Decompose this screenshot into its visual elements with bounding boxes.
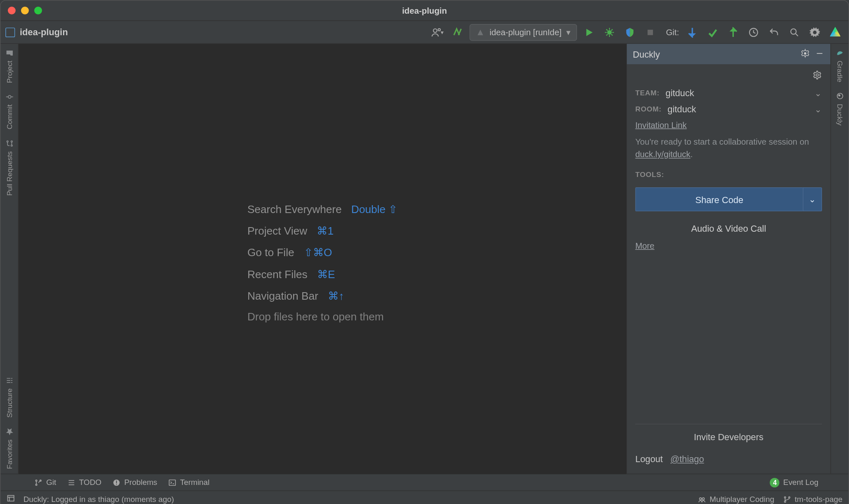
toolwindow-label: Event Log <box>783 478 818 487</box>
main-body: Project Commit Pull Requests Structure <box>0 44 848 474</box>
welcome-row[interactable]: Search Everywhere Double ⇧ <box>247 203 398 216</box>
git-pull-button[interactable] <box>684 24 701 41</box>
toolwindow-label: Gradle <box>835 61 844 82</box>
svg-point-7 <box>11 145 12 146</box>
history-button[interactable] <box>745 24 762 41</box>
folder-icon <box>5 48 13 57</box>
close-window-button[interactable] <box>8 7 16 15</box>
welcome-row[interactable]: Project View ⌘1 <box>247 224 398 237</box>
room-url-link[interactable]: duck.ly/gitduck <box>635 150 690 159</box>
bottom-git[interactable]: Git <box>34 478 56 487</box>
welcome-label: Navigation Bar <box>247 290 318 302</box>
team-selector[interactable]: TEAM: gitduck ⌄ <box>635 87 822 98</box>
toolwindow-gradle[interactable]: Gradle <box>835 44 844 87</box>
welcome-row[interactable]: Navigation Bar ⌘↑ <box>247 289 398 302</box>
user-link[interactable]: @thiago <box>670 454 704 464</box>
git-label: Git: <box>662 27 680 37</box>
welcome-shortcut: ⌘1 <box>317 224 334 237</box>
maximize-window-button[interactable] <box>34 7 42 15</box>
svg-point-10 <box>804 52 806 54</box>
main-toolbar: idea-plugin ▾ idea-plugin [runIde] ▾ Git… <box>0 21 848 44</box>
toolwindow-label: Project <box>5 61 13 83</box>
settings-button[interactable] <box>806 24 823 41</box>
duckly-panel-body: TEAM: gitduck ⌄ ROOM: gitduck ⌄ Invitati… <box>627 64 830 474</box>
bottom-problems[interactable]: Problems <box>112 478 158 487</box>
welcome-label: Project View <box>247 225 307 237</box>
toolwindow-structure[interactable]: Structure <box>5 371 13 422</box>
svg-rect-19 <box>116 484 117 485</box>
toolwindow-label: Terminal <box>180 478 209 487</box>
right-gutter: Gradle Duckly <box>830 44 848 474</box>
svg-rect-21 <box>7 495 14 501</box>
git-commit-button[interactable] <box>704 24 721 41</box>
toolwindow-duckly[interactable]: Duckly <box>835 87 844 130</box>
toolwindow-label: Pull Requests <box>5 151 13 196</box>
statusbar: Duckly: Logged in as thiago (moments ago… <box>0 490 848 504</box>
stop-button[interactable] <box>642 24 659 41</box>
coverage-button[interactable] <box>621 24 638 41</box>
branch-name: tm-tools-page <box>795 494 842 504</box>
share-code-button[interactable]: Share Code <box>635 187 803 211</box>
minimize-window-button[interactable] <box>21 7 29 15</box>
star-icon <box>5 427 13 436</box>
invitation-link[interactable]: Invitation Link <box>635 120 686 130</box>
editor-area[interactable]: Search Everywhere Double ⇧ Project View … <box>19 44 626 474</box>
more-link[interactable]: More <box>635 241 654 250</box>
svg-rect-20 <box>169 480 175 485</box>
room-selector[interactable]: ROOM: gitduck ⌄ <box>635 104 822 114</box>
svg-point-15 <box>36 484 37 485</box>
audio-video-call-button[interactable]: Audio & Video Call <box>635 217 822 235</box>
multiplayer-coding-widget[interactable]: Multiplayer Coding <box>698 494 774 504</box>
welcome-shortcut: ⌘E <box>317 267 335 281</box>
search-button[interactable] <box>786 24 803 41</box>
git-branch-widget[interactable]: tm-tools-page <box>783 494 842 504</box>
chevron-down-icon: ⌄ <box>815 88 822 97</box>
welcome-shortcut: ⌘↑ <box>328 289 344 302</box>
chevron-down-icon: ⌄ <box>815 104 822 114</box>
undo-button[interactable] <box>766 24 783 41</box>
svg-point-11 <box>816 74 818 76</box>
bottom-event-log[interactable]: 4 Event Log <box>770 477 819 487</box>
welcome-row[interactable]: Recent Files ⌘E <box>247 267 398 281</box>
bottom-todo[interactable]: TODO <box>67 478 102 487</box>
svg-point-9 <box>7 141 8 142</box>
welcome-row[interactable]: Go to File ⇧⌘O <box>247 246 398 259</box>
share-code-dropdown[interactable]: ⌄ <box>803 187 822 211</box>
tools-label: TOOLS: <box>635 170 822 179</box>
panel-minimize-button[interactable] <box>815 48 824 60</box>
run-config-label: idea-plugin [runIde] <box>490 27 562 37</box>
duckly-settings-button[interactable] <box>813 70 822 82</box>
code-with-me-button[interactable]: ▾ <box>429 24 446 41</box>
build-button[interactable] <box>449 24 466 41</box>
svg-point-16 <box>40 480 41 481</box>
git-push-button[interactable] <box>725 24 742 41</box>
run-config-selector[interactable]: idea-plugin [runIde] ▾ <box>470 24 577 41</box>
logout-row: Logout @thiago <box>635 448 822 468</box>
duckly-panel-header: Duckly <box>627 44 830 64</box>
share-code-button-group: Share Code ⌄ <box>635 187 822 211</box>
run-button[interactable] <box>581 24 598 41</box>
toolwindow-commit[interactable]: Commit <box>5 88 13 134</box>
invite-developers-button[interactable]: Invite Developers <box>635 424 822 442</box>
team-value: gitduck <box>666 87 809 98</box>
duckly-brand-button[interactable] <box>827 24 844 41</box>
logout-button[interactable]: Logout <box>635 454 662 464</box>
svg-point-23 <box>702 497 704 499</box>
panel-settings-button[interactable] <box>800 48 810 60</box>
pull-request-icon <box>5 139 13 148</box>
toolwindow-label: Git <box>46 478 56 487</box>
welcome-pane: Search Everywhere Double ⇧ Project View … <box>247 194 398 323</box>
toolwindow-project[interactable]: Project <box>5 44 13 88</box>
toolwindow-favorites[interactable]: Favorites <box>5 422 13 474</box>
debug-button[interactable] <box>601 24 618 41</box>
toolwindows-toggle[interactable] <box>7 494 15 504</box>
toolwindow-pull-requests[interactable]: Pull Requests <box>5 134 13 200</box>
svg-point-24 <box>784 497 785 498</box>
bottom-terminal[interactable]: Terminal <box>168 478 209 487</box>
duckly-icon <box>835 92 844 100</box>
toolwindow-label: Commit <box>5 105 13 130</box>
welcome-shortcut: ⇧⌘O <box>304 246 332 259</box>
drop-files-hint: Drop files here to open them <box>247 311 398 323</box>
project-breadcrumb[interactable]: idea-plugin <box>5 27 68 37</box>
app-window: idea-plugin idea-plugin ▾ idea-plugin [r… <box>0 0 849 504</box>
